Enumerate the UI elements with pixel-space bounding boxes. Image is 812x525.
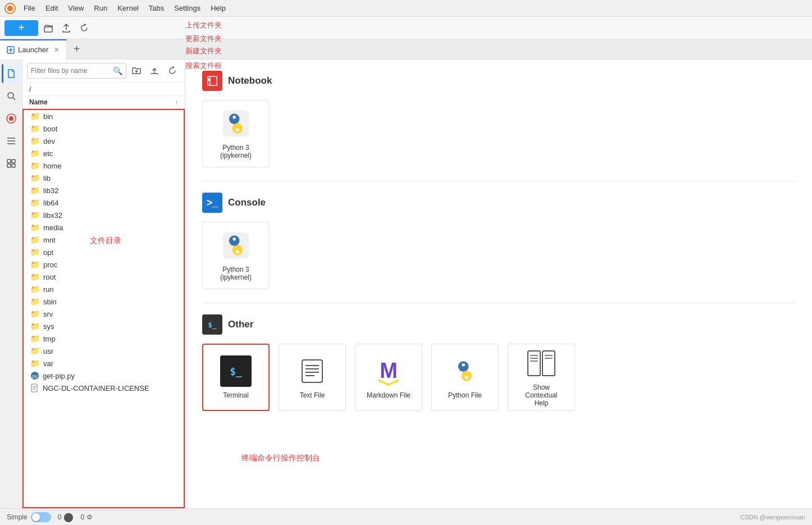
list-item[interactable]: 📁lib32 (24, 184, 184, 197)
svg-point-1 (7, 6, 13, 11)
file-list-header[interactable]: Name ↑ (22, 96, 185, 109)
show-contextual-help-card[interactable]: ShowContextualHelp (508, 344, 575, 411)
terminal-card-icon: $_ (220, 355, 252, 387)
menu-edit[interactable]: Edit (41, 3, 62, 13)
upload-file-button[interactable] (58, 20, 74, 36)
python3-notebook-icon (220, 108, 252, 139)
list-item[interactable]: 📁proc (24, 258, 184, 271)
terminal-card[interactable]: $_ Terminal (202, 344, 270, 411)
svg-text:M: M (380, 359, 398, 382)
list-item[interactable]: 📁usr (24, 345, 184, 357)
list-item[interactable]: 📁run (24, 283, 184, 295)
menu-run[interactable]: Run (89, 3, 112, 13)
list-item[interactable]: 📁dev (24, 135, 184, 147)
file-name: etc (43, 149, 53, 158)
sidebar-icon-files[interactable] (2, 64, 21, 83)
text-file-card-icon (296, 355, 328, 387)
list-item[interactable]: 📁lib64 (24, 197, 184, 209)
folder-icon: 📁 (30, 149, 40, 158)
tab-launcher[interactable]: Launcher × (0, 39, 67, 60)
file-search-box[interactable]: 🔍 (27, 63, 126, 79)
sidebar-icon-list[interactable] (2, 131, 21, 150)
new-folder-button[interactable] (129, 63, 144, 79)
python-file-card[interactable]: Python File (431, 344, 499, 411)
folder-icon: 📁 (30, 223, 40, 232)
menu-view[interactable]: View (63, 3, 88, 13)
list-item[interactable]: 📁tmp (24, 332, 184, 345)
file-name: tmp (43, 335, 56, 343)
search-icon: 🔍 (113, 66, 122, 75)
toolbar: + (0, 17, 812, 39)
file-name: home (43, 162, 62, 170)
list-item[interactable]: 📁home (24, 159, 184, 172)
file-name: var (43, 359, 53, 368)
list-item[interactable]: 📁root (24, 271, 184, 283)
status-bar: Simple 0 ⬤ 0 ⚙ CSDN @wengwenxuan (0, 508, 812, 525)
list-item[interactable]: 📁bin (24, 110, 184, 122)
svg-rect-11 (7, 159, 11, 163)
refresh-button[interactable] (76, 20, 92, 36)
svg-point-48 (462, 363, 465, 367)
list-item[interactable]: 📁etc (24, 147, 184, 159)
count2-value: 0 (80, 513, 84, 521)
search-input[interactable] (31, 67, 113, 75)
menu-help[interactable]: Help (206, 3, 230, 13)
list-item[interactable]: 📁srv (24, 308, 184, 320)
folder-icon: 📁 (30, 186, 40, 195)
file-name: media (43, 223, 63, 232)
file-name: boot (43, 125, 57, 133)
add-tab-button[interactable]: + (67, 39, 87, 60)
list-item[interactable]: 📁sbin (24, 295, 184, 308)
refresh-folder-btn[interactable] (165, 63, 180, 79)
python3-console-label: Python 3(ipykernel) (220, 266, 252, 281)
python-file-card-icon (449, 355, 481, 387)
list-item[interactable]: NGC-DL-CONTAINER-LICENSE (24, 382, 184, 394)
list-item[interactable]: 📁libx32 (24, 209, 184, 221)
svg-rect-50 (528, 351, 540, 376)
file-panel-toolbar: 🔍 (22, 60, 185, 83)
list-item[interactable]: 📁lib (24, 172, 184, 184)
file-name: run (43, 285, 54, 294)
simple-mode-toggle[interactable]: Simple (7, 512, 51, 522)
notebook-section-label: Notebook (228, 75, 272, 86)
svg-rect-40 (302, 360, 322, 382)
menu-tabs[interactable]: Tabs (144, 3, 168, 13)
list-item[interactable]: 📁sys (24, 320, 184, 332)
tab-bar: Launcher × + (0, 39, 812, 60)
sidebar-icon-search[interactable] (2, 86, 21, 106)
folder-icon: 📁 (30, 334, 40, 343)
file-name: NGC-DL-CONTAINER-LICENSE (43, 384, 149, 392)
list-item[interactable]: 📁boot (24, 122, 184, 135)
list-item[interactable]: 📁opt (24, 246, 184, 258)
menu-file[interactable]: File (19, 3, 40, 13)
sidebar-icon-puzzle[interactable] (2, 154, 21, 173)
new-launcher-button[interactable]: + (4, 20, 38, 36)
upload-folder-button[interactable] (40, 20, 56, 36)
python3-notebook-card[interactable]: Python 3(ipykernel) (202, 100, 270, 167)
upload-folder-btn[interactable] (147, 63, 162, 79)
list-item[interactable]: 📁media (24, 221, 184, 234)
sidebar-icon-circle[interactable] (2, 109, 21, 128)
markdown-file-card[interactable]: M Markdown File (355, 344, 422, 411)
menu-settings[interactable]: Settings (170, 3, 205, 13)
name-column-header: Name (29, 98, 173, 106)
list-item[interactable]: 📁var (24, 357, 184, 369)
svg-point-49 (465, 376, 468, 379)
app-logo (4, 3, 16, 14)
folder-icon: 📁 (30, 161, 40, 170)
file-name: proc (43, 261, 57, 269)
toggle-track[interactable] (31, 512, 51, 522)
file-name: lib (43, 174, 51, 182)
tab-close-button[interactable]: × (54, 45, 59, 55)
terminal-annotation: 终端命令行操作控制台 (241, 453, 320, 463)
menu-kernel[interactable]: Kernel (113, 3, 143, 13)
svg-point-32 (232, 123, 243, 134)
list-item[interactable]: 📁mnt (24, 234, 184, 246)
svg-point-39 (236, 250, 239, 253)
list-item[interactable]: py get-pip.py (24, 369, 184, 382)
text-file-card[interactable]: Text File (279, 344, 346, 411)
python3-console-card[interactable]: Python 3(ipykernel) (202, 222, 270, 289)
folder-icon: 📁 (30, 260, 40, 269)
other-section-label: Other (228, 319, 253, 330)
file-name: get-pip.py (43, 372, 75, 380)
